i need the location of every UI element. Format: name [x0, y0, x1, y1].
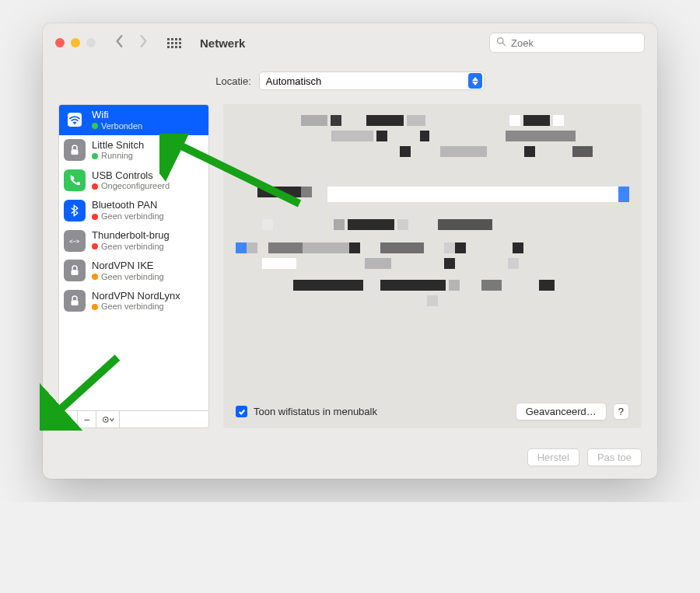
service-item-wifi[interactable]: WifiVerbonden: [59, 105, 208, 135]
location-label: Locatie:: [215, 75, 251, 87]
service-item-thunderbolt-brug[interactable]: <··>Thunderbolt-brugGeen verbinding: [59, 225, 208, 256]
service-name: Little Snitch: [92, 139, 144, 152]
service-name: Thunderbolt-brug: [92, 229, 170, 242]
network-preferences-window: Netwerk Locatie: Automatisch WifiVerbond…: [43, 23, 657, 479]
service-item-nordvpn-ike[interactable]: NordVPN IKEGeen verbinding: [59, 256, 208, 286]
nav-forward-button[interactable]: [138, 34, 149, 51]
service-column: WifiVerbondenLittle SnitchRunningUSB Con…: [58, 104, 209, 428]
close-window-button[interactable]: [55, 38, 65, 47]
search-icon: [496, 36, 506, 50]
service-status: Verbonden: [92, 121, 142, 131]
status-dot-icon: [92, 183, 98, 190]
nav-arrows: [114, 34, 149, 51]
svg-rect-4: [72, 149, 79, 155]
service-name: NordVPN NordLynx: [92, 290, 180, 302]
advanced-button[interactable]: Geavanceerd…: [516, 403, 607, 420]
service-name: Wifi: [92, 109, 142, 121]
search-field-container[interactable]: [489, 33, 645, 53]
window-title: Netwerk: [200, 37, 245, 50]
lock-icon: [64, 290, 86, 312]
location-row: Locatie: Automatisch: [43, 62, 657, 104]
titlebar: Netwerk: [43, 23, 657, 62]
service-status: Geen verbinding: [92, 242, 170, 252]
svg-line-1: [502, 43, 505, 45]
service-detail-panel: Toon wifistatus in menubalk Geavanceerd……: [223, 104, 642, 428]
service-item-nordvpn-nordlynx[interactable]: NordVPN NordLynxGeen verbinding: [59, 286, 208, 316]
minimize-window-button[interactable]: [71, 38, 80, 47]
show-all-prefs-button[interactable]: [167, 38, 181, 48]
panel-footer-row: Toon wifistatus in menubalk Geavanceerd……: [236, 403, 629, 420]
add-service-button[interactable]: ＋: [59, 411, 78, 427]
status-dot-icon: [92, 123, 98, 129]
svg-point-3: [74, 124, 75, 125]
nav-back-button[interactable]: [114, 34, 125, 51]
window-footer: Herstel Pas toe: [43, 439, 657, 479]
service-status: Running: [92, 151, 144, 161]
service-name: NordVPN IKE: [92, 260, 164, 272]
lock-icon: [64, 139, 86, 161]
show-wifi-menubar-label: Toon wifistatus in menubalk: [254, 406, 377, 417]
service-status: Geen verbinding: [92, 211, 164, 222]
service-list-toolbar: ＋ −: [58, 411, 209, 428]
lock-icon: [64, 260, 86, 281]
status-dot-icon: [92, 214, 98, 220]
status-dot-icon: [92, 153, 98, 159]
service-status: Geen verbinding: [92, 272, 164, 282]
service-item-bluetooth-pan[interactable]: Bluetooth PANGeen verbinding: [59, 195, 208, 225]
apply-button[interactable]: Pas toe: [587, 448, 642, 466]
status-dot-icon: [92, 243, 98, 249]
service-item-little-snitch[interactable]: Little SnitchRunning: [59, 135, 208, 166]
redacted-content: [236, 115, 629, 403]
phone-icon: [64, 169, 86, 191]
service-name: USB Controls: [92, 169, 170, 182]
status-dot-icon: [92, 274, 98, 280]
select-caret-icon: [468, 73, 482, 89]
service-status: Ongeconfigureerd: [92, 181, 170, 191]
svg-rect-7: [72, 300, 79, 305]
service-item-usb-controls[interactable]: USB ControlsOngeconfigureerd: [59, 166, 208, 196]
revert-button[interactable]: Herstel: [527, 448, 579, 466]
svg-rect-6: [72, 270, 79, 276]
help-button[interactable]: ?: [613, 403, 629, 420]
svg-text:<··>: <··>: [69, 238, 80, 245]
bluetooth-icon: [64, 200, 86, 222]
service-status: Geen verbinding: [92, 302, 180, 312]
service-actions-menu[interactable]: [96, 411, 120, 427]
window-controls: [55, 38, 96, 47]
zoom-window-button[interactable]: [86, 38, 96, 47]
wifi-icon: [64, 109, 86, 131]
service-list[interactable]: WifiVerbondenLittle SnitchRunningUSB Con…: [58, 104, 209, 411]
svg-point-9: [104, 418, 106, 420]
service-name: Bluetooth PAN: [92, 199, 164, 211]
location-value: Automatisch: [266, 75, 322, 87]
show-wifi-menubar-checkbox[interactable]: [236, 406, 247, 417]
thunderbolt-icon: <··>: [64, 230, 86, 252]
remove-service-button[interactable]: −: [78, 411, 96, 427]
location-select[interactable]: Automatisch: [259, 72, 485, 90]
search-input[interactable]: [511, 37, 638, 49]
status-dot-icon: [92, 304, 98, 310]
